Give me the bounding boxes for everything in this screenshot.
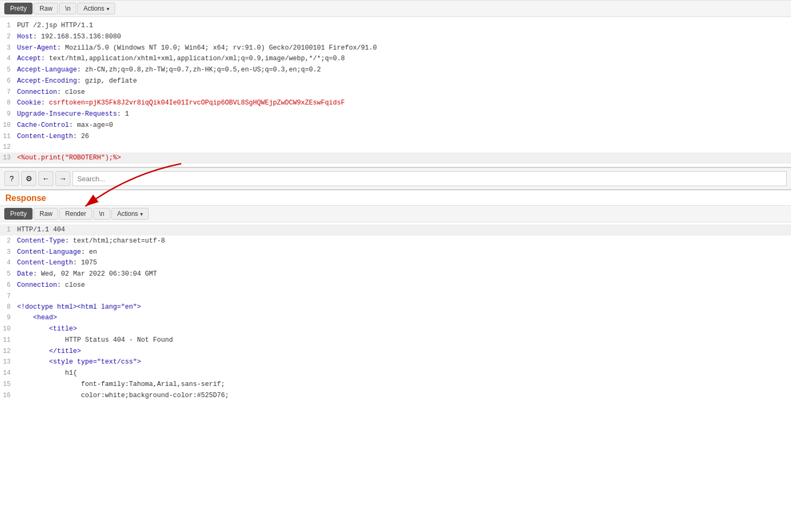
code-line: 8<!doctype html><html lang="en"> (0, 302, 791, 313)
line-content: Accept-Encoding: gzip, deflate (15, 76, 791, 86)
line-number: 11 (0, 132, 15, 142)
line-number: 1 (0, 21, 15, 31)
line-number: 9 (0, 313, 15, 323)
code-line: 8Cookie: csrftoken=pjK35Fk8J2vr8iqQik04I… (0, 98, 791, 109)
line-number: 15 (0, 380, 15, 390)
code-line: 1PUT /2.jsp HTTP/1.1 (0, 20, 791, 31)
line-content: HTTP Status 404 - Not Found (15, 335, 791, 345)
line-content: Content-Length: 1075 (15, 258, 791, 268)
line-number: 9 (0, 109, 15, 119)
response-tab-bar: Pretty Raw Render \n Actions (0, 205, 791, 222)
tab-actions-request[interactable]: Actions (77, 3, 115, 14)
search-input[interactable] (72, 171, 787, 186)
line-content: <title> (15, 324, 791, 334)
code-line: 6Connection: close (0, 280, 791, 291)
code-line: 10 <title> (0, 324, 791, 335)
code-line: 16 color:white;background-color:#525D76; (0, 390, 791, 401)
tab-raw-request[interactable]: Raw (34, 3, 58, 14)
line-content: </title> (15, 346, 791, 357)
code-line: 2Host: 192.168.153.136:8080 (0, 31, 791, 43)
help-button[interactable]: ? (4, 171, 19, 186)
line-number: 3 (0, 43, 15, 53)
settings-button[interactable]: ⚙ (21, 171, 36, 186)
code-line: 3User-Agent: Mozilla/5.0 (Windows NT 10.… (0, 43, 791, 54)
line-content: Connection: close (15, 280, 791, 291)
request-tab-bar: Pretty Raw \n Actions (0, 0, 791, 17)
line-number: 2 (0, 32, 15, 42)
code-line: 12 (0, 142, 791, 152)
response-title: Response (0, 190, 791, 205)
code-line: 13<%out.print("ROBOTERH");%> (0, 152, 791, 164)
code-line: 14 h1{ (0, 368, 791, 379)
line-number: 4 (0, 258, 15, 268)
line-number: 6 (0, 280, 15, 291)
tab-raw-response[interactable]: Raw (34, 208, 58, 220)
line-number: 7 (0, 87, 15, 98)
line-content: User-Agent: Mozilla/5.0 (Windows NT 10.0… (15, 43, 791, 53)
back-button[interactable]: ← (38, 171, 53, 186)
line-content: <%out.print("ROBOTERH");%> (15, 153, 791, 163)
line-content: Connection: close (15, 87, 791, 98)
line-content: Cookie: csrftoken=pjK35Fk8J2vr8iqQik04Ie… (15, 98, 791, 108)
line-number: 5 (0, 269, 15, 279)
line-content: PUT /2.jsp HTTP/1.1 (15, 21, 791, 31)
line-number: 16 (0, 391, 15, 401)
code-line: 7Connection: close (0, 87, 791, 98)
line-number: 8 (0, 302, 15, 312)
code-line: 11 HTTP Status 404 - Not Found (0, 335, 791, 346)
tab-ln-response[interactable]: \n (93, 208, 110, 220)
code-line: 1HTTP/1.1 404 (0, 224, 791, 236)
response-code-area: 1HTTP/1.1 4042Content-Type: text/html;ch… (0, 222, 791, 403)
line-number: 1 (0, 225, 15, 235)
code-line: 3Content-Language: en (0, 247, 791, 258)
forward-button[interactable]: → (55, 171, 70, 186)
line-content: <head> (15, 313, 791, 323)
line-number: 12 (0, 346, 15, 357)
line-content: Cache-Control: max-age=0 (15, 120, 791, 131)
line-number: 11 (0, 335, 15, 345)
code-line: 10Cache-Control: max-age=0 (0, 120, 791, 131)
tab-actions-response[interactable]: Actions (111, 208, 149, 220)
request-code-area: 1PUT /2.jsp HTTP/1.12Host: 192.168.153.1… (0, 17, 791, 167)
line-number: 7 (0, 292, 15, 301)
line-content: Content-Language: en (15, 247, 791, 257)
line-number: 10 (0, 120, 15, 131)
line-content: HTTP/1.1 404 (15, 225, 791, 235)
code-line: 4Content-Length: 1075 (0, 257, 791, 269)
line-number: 12 (0, 142, 15, 152)
line-number: 13 (0, 357, 15, 367)
line-content: Accept-Language: zh-CN,zh;q=0.8,zh-TW;q=… (15, 65, 791, 75)
request-section: Pretty Raw \n Actions 1PUT /2.jsp HTTP/1… (0, 0, 791, 167)
line-number: 2 (0, 236, 15, 246)
tab-ln-request[interactable]: \n (59, 3, 76, 14)
line-content (15, 142, 791, 152)
line-content: Date: Wed, 02 Mar 2022 06:30:04 GMT (15, 269, 791, 279)
line-content: <style type="text/css"> (15, 357, 791, 367)
line-content: Content-Type: text/html;charset=utf-8 (15, 236, 791, 246)
code-line: 9 <head> (0, 312, 791, 324)
code-line: 5Accept-Language: zh-CN,zh;q=0.8,zh-TW;q… (0, 65, 791, 76)
tab-pretty-request[interactable]: Pretty (4, 3, 33, 14)
tab-render-response[interactable]: Render (59, 208, 92, 220)
line-content (15, 292, 791, 301)
line-content: font-family:Tahoma,Arial,sans-serif; (15, 380, 791, 390)
line-content: Accept: text/html,application/xhtml+xml,… (15, 54, 791, 64)
code-line: 15 font-family:Tahoma,Arial,sans-serif; (0, 379, 791, 390)
code-line: 4Accept: text/html,application/xhtml+xml… (0, 53, 791, 65)
code-line: 6Accept-Encoding: gzip, deflate (0, 76, 791, 87)
code-line: 13 <style type="text/css"> (0, 357, 791, 368)
line-number: 13 (0, 153, 15, 163)
tab-pretty-response[interactable]: Pretty (4, 208, 33, 220)
code-line: 7 (0, 291, 791, 302)
code-line: 2Content-Type: text/html;charset=utf-8 (0, 236, 791, 247)
line-content: color:white;background-color:#525D76; (15, 391, 791, 401)
line-number: 8 (0, 98, 15, 108)
bottom-toolbar: ? ⚙ ← → (0, 167, 791, 190)
code-line: 12 </title> (0, 346, 791, 357)
line-content: <!doctype html><html lang="en"> (15, 302, 791, 312)
line-number: 3 (0, 247, 15, 257)
line-content: Content-Length: 26 (15, 132, 791, 142)
line-content: Upgrade-Insecure-Requests: 1 (15, 109, 791, 119)
line-number: 6 (0, 76, 15, 86)
line-content: h1{ (15, 368, 791, 378)
